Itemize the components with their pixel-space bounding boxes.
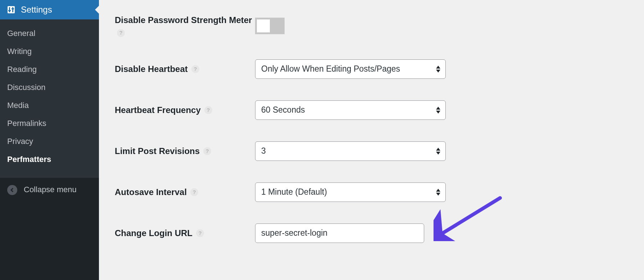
setting-control: 3 [255, 141, 446, 161]
collapse-menu-button[interactable]: Collapse menu [0, 178, 99, 280]
help-icon[interactable]: ? [196, 229, 204, 237]
heartbeat-frequency-select[interactable]: 60 Seconds [255, 100, 446, 120]
sidebar-item-label: General [7, 29, 35, 38]
help-icon[interactable]: ? [191, 65, 199, 73]
setting-label: Limit Post Revisions ? [115, 145, 255, 157]
sidebar-item-permalinks[interactable]: Permalinks [0, 114, 99, 132]
setting-label-text: Disable Heartbeat [115, 63, 188, 75]
toggle-knob [257, 19, 270, 32]
setting-row-heartbeat-frequency: Heartbeat Frequency ? 60 Seconds [115, 100, 628, 120]
sidebar-item-label: Reading [7, 65, 37, 74]
setting-label-text: Autosave Interval [115, 186, 187, 198]
settings-content: Disable Password Strength Meter ? Disabl… [99, 0, 644, 280]
setting-label: Heartbeat Frequency ? [115, 104, 255, 116]
updown-caret-icon [436, 107, 440, 113]
svg-rect-2 [8, 10, 11, 11]
disable-heartbeat-select[interactable]: Only Allow When Editing Posts/Pages [255, 59, 446, 79]
sidebar-item-general[interactable]: General [0, 24, 99, 42]
select-value: 60 Seconds [261, 105, 305, 115]
setting-control: Only Allow When Editing Posts/Pages [255, 59, 446, 79]
sidebar-item-writing[interactable]: Writing [0, 42, 99, 60]
setting-label-text: Disable Password Strength Meter [115, 15, 252, 25]
setting-label: Disable Password Strength Meter ? [115, 14, 255, 38]
sidebar-item-label: Media [7, 101, 29, 110]
sidebar-item-reading[interactable]: Reading [0, 60, 99, 78]
sliders-icon [6, 5, 16, 14]
setting-row-autosave-interval: Autosave Interval ? 1 Minute (Default) [115, 182, 628, 202]
setting-label: Disable Heartbeat ? [115, 63, 255, 75]
sidebar-submenu: General Writing Reading Discussion Media… [0, 19, 99, 178]
setting-label: Change Login URL ? [115, 227, 255, 239]
svg-rect-3 [12, 7, 13, 12]
help-icon[interactable]: ? [190, 188, 198, 196]
disable-password-strength-meter-toggle[interactable] [255, 18, 285, 34]
collapse-menu-label: Collapse menu [24, 185, 77, 194]
setting-control: 1 Minute (Default) [255, 182, 446, 202]
sidebar-item-label: Perfmatters [7, 155, 51, 164]
limit-post-revisions-select[interactable]: 3 [255, 141, 446, 161]
help-icon[interactable]: ? [204, 106, 212, 114]
select-value: 3 [261, 146, 266, 156]
help-icon[interactable]: ? [203, 147, 211, 155]
sidebar-item-label: Writing [7, 47, 32, 56]
sidebar-item-label: Permalinks [7, 119, 46, 128]
setting-row-change-login-url: Change Login URL ? [115, 223, 628, 243]
updown-caret-icon [436, 189, 440, 195]
help-icon[interactable]: ? [117, 29, 125, 37]
change-login-url-input[interactable] [255, 223, 424, 243]
updown-caret-icon [436, 148, 440, 154]
autosave-interval-select[interactable]: 1 Minute (Default) [255, 182, 446, 202]
setting-control [255, 18, 285, 34]
setting-row-limit-post-revisions: Limit Post Revisions ? 3 [115, 141, 628, 161]
sidebar-item-label: Privacy [7, 137, 33, 146]
setting-label-text: Change Login URL [115, 227, 192, 239]
setting-label: Autosave Interval ? [115, 186, 255, 198]
sidebar-header-label: Settings [21, 5, 52, 15]
sidebar-item-label: Discussion [7, 83, 45, 92]
sidebar-header-settings[interactable]: Settings [0, 0, 99, 19]
sidebar-item-perfmatters[interactable]: Perfmatters [0, 150, 99, 173]
setting-control: 60 Seconds [255, 100, 446, 120]
sidebar-item-discussion[interactable]: Discussion [0, 78, 99, 96]
collapse-arrow-icon [7, 185, 17, 195]
sidebar-item-privacy[interactable]: Privacy [0, 132, 99, 150]
select-value: Only Allow When Editing Posts/Pages [261, 64, 400, 74]
updown-caret-icon [436, 66, 440, 72]
setting-row-disable-heartbeat: Disable Heartbeat ? Only Allow When Edit… [115, 59, 628, 79]
admin-sidebar: Settings General Writing Reading Discuss… [0, 0, 99, 280]
setting-label-text: Heartbeat Frequency [115, 104, 201, 116]
setting-row-disable-password-strength-meter: Disable Password Strength Meter ? [115, 14, 628, 38]
svg-rect-0 [8, 6, 15, 13]
setting-label-text: Limit Post Revisions [115, 145, 200, 157]
svg-rect-1 [9, 7, 10, 12]
svg-rect-4 [12, 8, 14, 9]
sidebar-item-media[interactable]: Media [0, 96, 99, 114]
setting-control [255, 223, 424, 243]
select-value: 1 Minute (Default) [261, 187, 327, 197]
